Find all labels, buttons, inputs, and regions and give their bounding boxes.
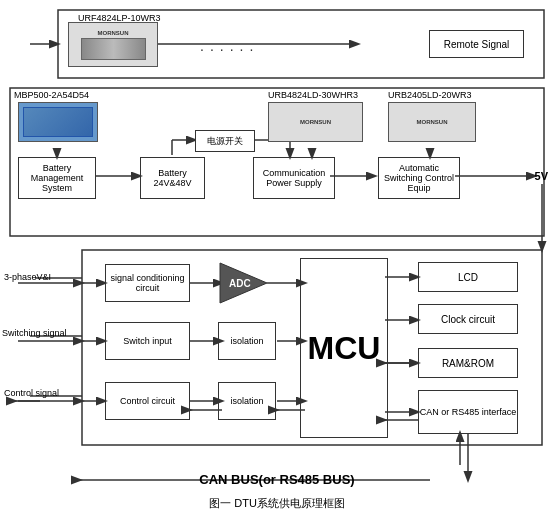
adc-box: ADC bbox=[215, 258, 270, 308]
mbp-label: MBP500-2A54D54 bbox=[14, 90, 89, 100]
clock-box: Clock circuit bbox=[418, 304, 518, 334]
urb4824-device: MORNSUN bbox=[268, 102, 363, 142]
urb2405-device: MORNSUN bbox=[388, 102, 476, 142]
control-circuit-box: Control circuit bbox=[105, 382, 190, 420]
power-switch-box: 电源开关 bbox=[195, 130, 255, 152]
five-v-label: 5V bbox=[535, 170, 548, 182]
urb2405-label: URB2405LD-20WR3 bbox=[388, 90, 472, 100]
remote-signal-box: Remote Signal bbox=[429, 30, 524, 58]
auto-switch-box: Automatic Switching Control Equip bbox=[378, 157, 460, 199]
mbp-device bbox=[18, 102, 98, 142]
ram-box: RAM&ROM bbox=[418, 348, 518, 378]
lcd-box: LCD bbox=[418, 262, 518, 292]
can-bus-label: CAN BUS(or RS485 BUS) bbox=[0, 472, 554, 487]
isolation-box-1: isolation bbox=[218, 322, 276, 360]
urf-device: MORNSUN bbox=[68, 22, 158, 67]
battery-box: Battery 24V&48V bbox=[140, 157, 205, 199]
mcu-box: MCU bbox=[300, 258, 388, 438]
figure-caption: 图一 DTU系统供电原理框图 bbox=[0, 496, 554, 511]
diagram-container: URF4824LP-10WR3 MORNSUN Remote Signal ..… bbox=[0, 0, 554, 519]
label-switching: Switching signal bbox=[2, 328, 67, 338]
label-control: Control signal bbox=[4, 388, 59, 398]
switch-input-box: Switch input bbox=[105, 322, 190, 360]
urb4824-label: URB4824LD-30WHR3 bbox=[268, 90, 358, 100]
signal-cond-box: signal conditioning circuit bbox=[105, 264, 190, 302]
isolation-box-2: isolation bbox=[218, 382, 276, 420]
can-rs485-box: CAN or RS485 interface bbox=[418, 390, 518, 434]
label-3phase: 3-phaseV&I bbox=[4, 272, 51, 282]
comm-ps-box: Communication Power Supply bbox=[253, 157, 335, 199]
dots-separator: ...... bbox=[200, 38, 259, 54]
bms-box: Battery Management System bbox=[18, 157, 96, 199]
svg-text:ADC: ADC bbox=[229, 278, 251, 289]
arrows-svg bbox=[0, 0, 554, 519]
